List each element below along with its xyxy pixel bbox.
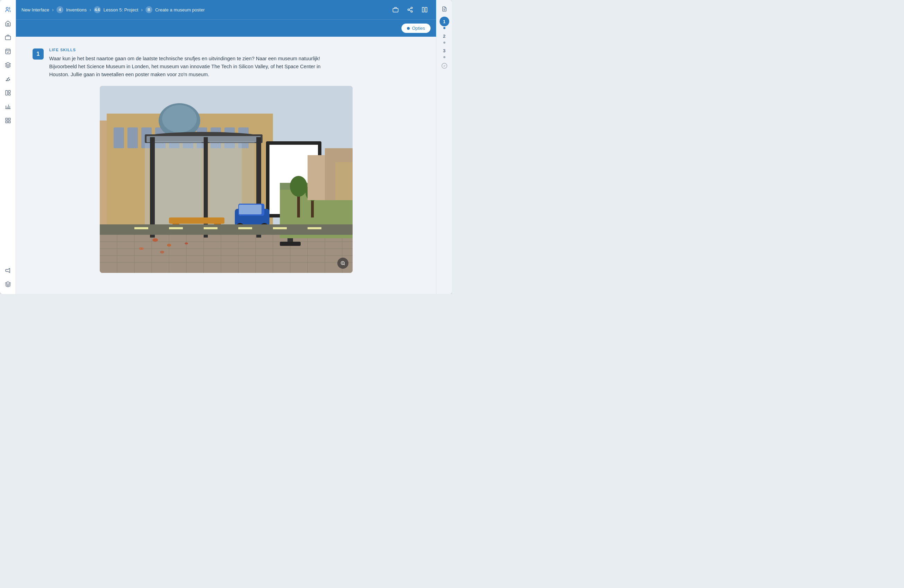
svg-marker-6 (5, 63, 10, 65)
right-nav-item-2[interactable]: 2 (438, 31, 450, 44)
svg-rect-31 (425, 7, 427, 12)
right-nav-dot-1 (443, 27, 446, 29)
bus-stop-image (100, 86, 352, 273)
svg-point-109 (139, 247, 144, 250)
svg-rect-106 (308, 227, 321, 229)
sub-header: Opties (16, 19, 436, 37)
breadcrumb-sep-1: › (52, 7, 54, 13)
breadcrumb-sep-3: › (141, 7, 143, 13)
right-nav-check[interactable] (438, 60, 450, 73)
briefcase-icon[interactable] (2, 32, 14, 43)
step-number-badge: 1 (33, 49, 44, 60)
breadcrumb-badge-b: B (145, 6, 152, 13)
options-label: Opties (412, 25, 425, 31)
calendar-icon[interactable] (2, 46, 14, 57)
svg-line-28 (409, 10, 411, 11)
columns-header-icon[interactable] (419, 4, 430, 16)
step-content: LIFE SKILLS Waar kun je het best naartoe… (49, 48, 419, 79)
options-dot (407, 27, 410, 30)
svg-point-94 (290, 176, 307, 197)
svg-point-11 (7, 80, 8, 81)
svg-point-108 (167, 244, 171, 247)
breadcrumb-poster[interactable]: Create a museum poster (155, 7, 205, 13)
svg-point-107 (152, 238, 158, 242)
svg-point-9 (8, 77, 9, 78)
header-bar: New Interface › 4 Inventions › 4.6 Lesso… (16, 0, 436, 19)
breadcrumb-new-interface[interactable]: New Interface (22, 7, 49, 13)
svg-rect-49 (100, 235, 352, 273)
svg-point-8 (7, 79, 8, 79)
layers-icon[interactable] (2, 60, 14, 71)
graduation-icon[interactable] (2, 279, 14, 290)
svg-rect-83 (280, 242, 301, 246)
right-nav-number-3: 3 (439, 46, 449, 55)
svg-rect-90 (239, 205, 261, 214)
svg-rect-30 (422, 7, 424, 12)
briefcase-header-icon[interactable] (390, 4, 401, 16)
svg-point-47 (162, 105, 197, 133)
svg-rect-102 (169, 227, 183, 229)
svg-point-26 (408, 9, 409, 11)
breadcrumb-badge-4: 4 (57, 6, 63, 13)
bus-stop-image-container (100, 86, 352, 273)
svg-line-113 (344, 264, 345, 265)
svg-rect-101 (134, 227, 148, 229)
right-nav-number-2: 2 (439, 31, 449, 41)
svg-point-10 (9, 79, 10, 80)
svg-rect-105 (273, 227, 287, 229)
svg-rect-37 (128, 127, 138, 148)
svg-rect-36 (114, 127, 124, 148)
breadcrumb-inventions[interactable]: Inventions (66, 7, 87, 13)
left-sidebar (0, 0, 16, 294)
svg-rect-99 (335, 162, 352, 200)
svg-rect-20 (6, 118, 7, 120)
svg-rect-103 (204, 227, 218, 229)
notes-icon[interactable] (439, 3, 450, 14)
breadcrumb-lesson5[interactable]: Lesson 5: Project (104, 7, 138, 13)
right-nav-item-3[interactable]: 3 (438, 46, 450, 58)
grid-icon[interactable] (2, 115, 14, 126)
home-icon[interactable] (2, 18, 14, 29)
step-text: Waar kun je het best naartoe gaan om de … (49, 55, 333, 79)
svg-rect-23 (8, 121, 10, 123)
breadcrumb-badge-46: 4.6 (94, 6, 101, 13)
scatter-plot-icon[interactable] (2, 73, 14, 84)
svg-point-25 (411, 7, 412, 9)
right-nav-number-1: 1 (439, 17, 449, 26)
svg-point-110 (185, 242, 188, 245)
svg-rect-77 (169, 218, 224, 224)
svg-rect-21 (8, 118, 10, 120)
header-icons (390, 4, 430, 16)
svg-rect-100 (100, 224, 352, 235)
image-zoom-button[interactable] (337, 258, 348, 269)
svg-line-29 (409, 8, 411, 9)
main-area: New Interface › 4 Inventions › 4.6 Lesso… (16, 0, 436, 294)
svg-point-0 (6, 7, 8, 9)
svg-rect-2 (6, 49, 10, 54)
right-nav-item-1[interactable]: 1 (438, 17, 450, 29)
svg-rect-13 (8, 90, 10, 92)
megaphone-icon[interactable] (2, 265, 14, 276)
svg-point-27 (411, 11, 412, 13)
svg-rect-1 (5, 36, 10, 40)
users-icon[interactable] (2, 4, 14, 15)
right-sidebar: 1 2 3 (436, 0, 452, 294)
svg-rect-24 (393, 8, 398, 12)
right-nav-dot-3 (443, 56, 446, 58)
breadcrumb-sep-2: › (89, 7, 91, 13)
share-header-icon[interactable] (404, 4, 416, 16)
svg-rect-72 (150, 137, 155, 237)
svg-rect-22 (6, 121, 7, 123)
breadcrumb: New Interface › 4 Inventions › 4.6 Lesso… (22, 6, 390, 13)
step-header: 1 LIFE SKILLS Waar kun je het best naart… (33, 48, 419, 79)
svg-rect-14 (8, 93, 10, 95)
step-section-label: LIFE SKILLS (49, 48, 419, 52)
check-circle-icon (441, 63, 447, 70)
svg-point-111 (160, 251, 164, 253)
content-area: 1 LIFE SKILLS Waar kun je het best naart… (16, 37, 436, 294)
svg-point-7 (6, 80, 6, 81)
layout-icon[interactable] (2, 87, 14, 98)
options-button[interactable]: Opties (401, 24, 430, 33)
svg-rect-12 (6, 90, 7, 95)
bar-chart-icon[interactable] (2, 101, 14, 112)
